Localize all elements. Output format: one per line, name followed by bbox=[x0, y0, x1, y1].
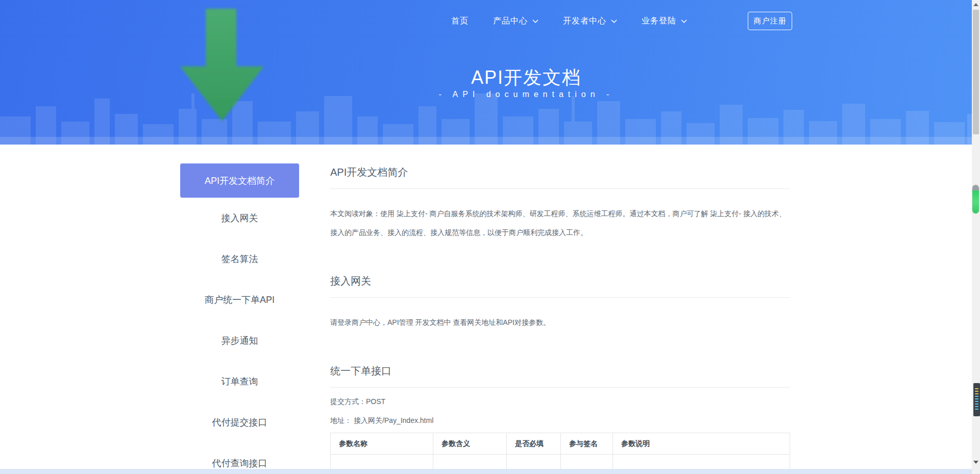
doc-section: 接入网关请登录商户中心，API管理 开发文档中 查看网关地址和API对接参数。 bbox=[330, 274, 790, 332]
sidebar-list: API开发文档简介接入网关签名算法商户统一下单API异步通知订单查询代付提交接口… bbox=[180, 163, 299, 474]
nav-item-label: 业务登陆 bbox=[642, 16, 676, 27]
main-nav: 首页产品中心开发者中心业务登陆 商户注册 bbox=[0, 12, 980, 30]
nav-list: 首页产品中心开发者中心业务登陆 bbox=[451, 12, 687, 30]
browser-page: 首页产品中心开发者中心业务登陆 商户注册 API开发文档 - API docum… bbox=[0, 0, 980, 474]
nav-item-business-login[interactable]: 业务登陆 bbox=[642, 16, 687, 27]
section-heading: 统一下单接口 bbox=[330, 364, 790, 378]
section-meta-line: 提交方式：POST bbox=[330, 396, 790, 407]
doc-content: API开发文档简介本文阅读对象：使用 柒上支付- 商户自服务系统的技术架构师、研… bbox=[330, 145, 790, 474]
table-header-cell: 参与签名 bbox=[561, 433, 613, 455]
scroll-markers-widget[interactable] bbox=[973, 383, 980, 416]
merchant-register-button[interactable]: 商户注册 bbox=[748, 12, 792, 30]
marker-stripe bbox=[975, 398, 978, 399]
section-heading: API开发文档简介 bbox=[330, 165, 790, 179]
sidebar-item-intro[interactable]: API开发文档简介 bbox=[180, 163, 299, 198]
nav-item-developer-center[interactable]: 开发者中心 bbox=[563, 16, 617, 27]
sidebar-item-gateway[interactable]: 接入网关 bbox=[180, 198, 299, 239]
table-header-cell: 参数含义 bbox=[433, 433, 507, 455]
marker-stripe bbox=[975, 391, 978, 392]
doc-section: 统一下单接口提交方式：POST地址： 接入网关/Pay_Index.html参数… bbox=[330, 364, 790, 474]
section-meta-line: 地址： 接入网关/Pay_Index.html bbox=[330, 415, 790, 425]
marker-stripe bbox=[975, 388, 978, 389]
scroll-up-arrow-icon[interactable] bbox=[973, 3, 978, 6]
marker-stripe bbox=[975, 393, 978, 394]
scrollbar-thumb[interactable] bbox=[973, 10, 979, 134]
marker-stripe bbox=[975, 409, 978, 410]
sidebar-item-merchant-unified-order-api[interactable]: 商户统一下单API bbox=[180, 279, 299, 320]
scrollbar-track[interactable] bbox=[972, 0, 980, 474]
page-subtitle: - API documentation - bbox=[36, 90, 980, 99]
doc-section: API开发文档简介本文阅读对象：使用 柒上支付- 商户自服务系统的技术架构师、研… bbox=[330, 165, 790, 242]
marker-stripe bbox=[975, 401, 978, 402]
section-divider bbox=[330, 387, 790, 388]
doc-sidebar: API开发文档简介接入网关签名算法商户统一下单API异步通知订单查询代付提交接口… bbox=[180, 158, 299, 474]
scroll-down-arrow-icon[interactable] bbox=[973, 461, 978, 464]
section-heading: 接入网关 bbox=[330, 274, 790, 288]
table-header-row: 参数名称参数含义是否必填参与签名参数说明 bbox=[331, 433, 790, 455]
section-divider bbox=[330, 188, 790, 189]
marker-stripe bbox=[975, 406, 978, 407]
marker-stripe bbox=[975, 396, 978, 397]
chevron-down-icon bbox=[611, 19, 617, 23]
page-title: API开发文档 bbox=[36, 65, 980, 90]
table-header-cell: 参数名称 bbox=[331, 433, 433, 455]
sidebar-item-payout-submit-api[interactable]: 代付提交接口 bbox=[180, 402, 299, 443]
section-divider bbox=[330, 297, 790, 298]
section-paragraph: 本文阅读对象：使用 柒上支付- 商户自服务系统的技术架构师、研发工程师、系统运维… bbox=[330, 204, 790, 242]
params-table: 参数名称参数含义是否必填参与签名参数说明 bbox=[330, 433, 790, 474]
bottom-row-strip bbox=[0, 469, 972, 474]
marker-stripe bbox=[975, 404, 978, 405]
nav-item-product-center[interactable]: 产品中心 bbox=[493, 16, 538, 27]
sidebar-item-order-query[interactable]: 订单查询 bbox=[180, 361, 299, 402]
sidebar-item-signature-algorithm[interactable]: 签名算法 bbox=[180, 239, 299, 279]
table-header-cell: 参数说明 bbox=[613, 433, 790, 455]
nav-item-label: 产品中心 bbox=[493, 16, 528, 27]
chevron-down-icon bbox=[532, 19, 538, 23]
nav-item-label: 开发者中心 bbox=[563, 16, 606, 27]
hero-banner: 首页产品中心开发者中心业务登陆 商户注册 API开发文档 - API docum… bbox=[0, 0, 980, 145]
chevron-down-icon bbox=[681, 19, 687, 23]
sidebar-item-async-notify[interactable]: 异步通知 bbox=[180, 320, 299, 361]
section-paragraph: 请登录商户中心，API管理 开发文档中 查看网关地址和API对接参数。 bbox=[330, 313, 790, 332]
table-header-cell: 是否必填 bbox=[507, 433, 561, 455]
scroll-progress-indicator[interactable] bbox=[972, 185, 979, 214]
nav-item-home[interactable]: 首页 bbox=[451, 16, 469, 27]
nav-item-label: 首页 bbox=[451, 16, 469, 27]
